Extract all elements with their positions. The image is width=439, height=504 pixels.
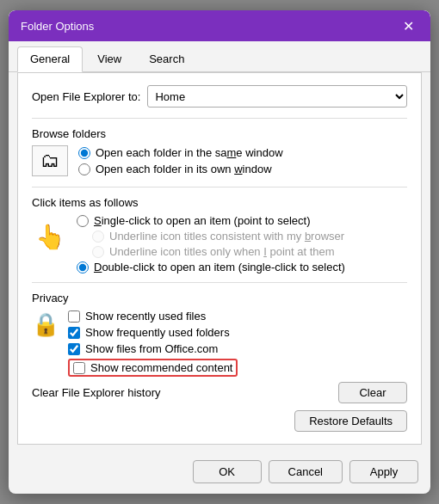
double-click-radio[interactable] [77, 261, 89, 274]
underline2-label[interactable]: Underline icon titles only when I point … [92, 245, 345, 258]
single-click-label[interactable]: Single-click to open an item (point to s… [77, 214, 345, 227]
divider-1 [32, 118, 407, 119]
divider-3 [32, 282, 407, 283]
underline2-text: Underline icon titles only when I point … [109, 245, 335, 258]
highlight-box: Show recommended content [68, 359, 238, 377]
privacy-checkbox-group: Show recently used files Show frequently… [68, 310, 238, 377]
browse-option1-radio[interactable] [78, 147, 90, 159]
dialog-footer: OK Cancel Apply [9, 453, 430, 494]
folder-icon-box: 🗂 [32, 145, 68, 176]
clear-row: Clear File Explorer history Clear [32, 382, 407, 403]
double-click-text: Double-click to open an item (single-cli… [94, 261, 345, 274]
privacy-icon: 🔒 [32, 311, 59, 338]
folder-options-dialog: Folder Options ✕ General View Search Ope… [9, 10, 430, 494]
apply-button[interactable]: Apply [349, 460, 418, 483]
cancel-button[interactable]: Cancel [269, 460, 343, 483]
underline1-label[interactable]: Underline icon titles consistent with my… [92, 230, 345, 243]
click-items-area: 👆 Single-click to open an item (point to… [32, 214, 407, 274]
click-items-section: Click items as follows 👆 Single-click to… [32, 196, 407, 274]
browse-option1-text: Open each folder in the same window [96, 146, 283, 159]
title-bar: Folder Options ✕ [9, 10, 430, 41]
clear-history-label: Clear File Explorer history [32, 386, 161, 399]
close-button[interactable]: ✕ [398, 15, 418, 36]
privacy-check3-label[interactable]: Show files from Office.com [68, 342, 238, 355]
restore-row: Restore Defaults [32, 410, 407, 432]
underline1-radio [92, 230, 104, 243]
dialog-title: Folder Options [21, 20, 94, 33]
folder-icon: 🗂 [40, 150, 59, 172]
privacy-check3-checkbox[interactable] [68, 343, 80, 355]
privacy-check3-text: Show files from Office.com [85, 342, 218, 355]
browse-radio-group: Open each folder in the same window Open… [78, 146, 283, 175]
privacy-title: Privacy [32, 292, 407, 304]
browse-folders-area: 🗂 Open each folder in the same window Op… [32, 145, 407, 176]
tab-search[interactable]: Search [136, 46, 197, 71]
browse-option2-text: Open each folder in its own window [96, 163, 272, 175]
privacy-icon-row: 🔒 Show recently used files Show frequent… [32, 310, 407, 377]
open-to-label: Open File Explorer to: [32, 90, 140, 103]
open-to-row: Open File Explorer to: Home This PC Quic… [32, 85, 407, 108]
restore-defaults-button[interactable]: Restore Defaults [294, 410, 407, 432]
hand-icon: 👆 [35, 223, 65, 251]
underline2-radio [92, 246, 104, 258]
tabs-bar: General View Search [9, 41, 430, 72]
open-to-dropdown[interactable]: Home This PC Quick access [147, 85, 407, 108]
single-click-text: Single-click to open an item (point to s… [94, 214, 310, 227]
privacy-check1-text: Show recently used files [85, 310, 206, 323]
single-click-radio[interactable] [77, 215, 89, 227]
privacy-check2-label[interactable]: Show frequently used folders [68, 326, 238, 339]
privacy-check4-checkbox[interactable] [73, 362, 85, 374]
hand-icon-box: 👆 [32, 214, 68, 259]
double-click-label[interactable]: Double-click to open an item (single-cli… [77, 261, 345, 274]
browse-option1-label[interactable]: Open each folder in the same window [78, 146, 283, 159]
browse-option2-radio[interactable] [78, 163, 90, 175]
click-items-title: Click items as follows [32, 196, 407, 209]
tab-view[interactable]: View [84, 46, 134, 71]
privacy-section: Privacy 🔒 Show recently used files Show … [32, 292, 407, 432]
browse-option2-label[interactable]: Open each folder in its own window [78, 163, 283, 175]
privacy-check1-checkbox[interactable] [68, 310, 80, 323]
clear-button[interactable]: Clear [338, 382, 407, 403]
privacy-check2-checkbox[interactable] [68, 327, 80, 339]
privacy-check2-text: Show frequently used folders [85, 326, 230, 339]
divider-2 [32, 187, 407, 187]
privacy-check4-label[interactable]: Show recommended content [68, 359, 238, 377]
underline1-text: Underline icon titles consistent with my… [109, 230, 344, 243]
tab-general[interactable]: General [17, 46, 83, 72]
ok-button[interactable]: OK [193, 460, 262, 483]
privacy-check4-text: Show recommended content [90, 361, 232, 374]
tab-content-general: Open File Explorer to: Home This PC Quic… [17, 72, 422, 445]
privacy-check1-label[interactable]: Show recently used files [68, 310, 238, 323]
browse-folders-title: Browse folders [32, 127, 407, 140]
click-options: Single-click to open an item (point to s… [77, 214, 345, 274]
